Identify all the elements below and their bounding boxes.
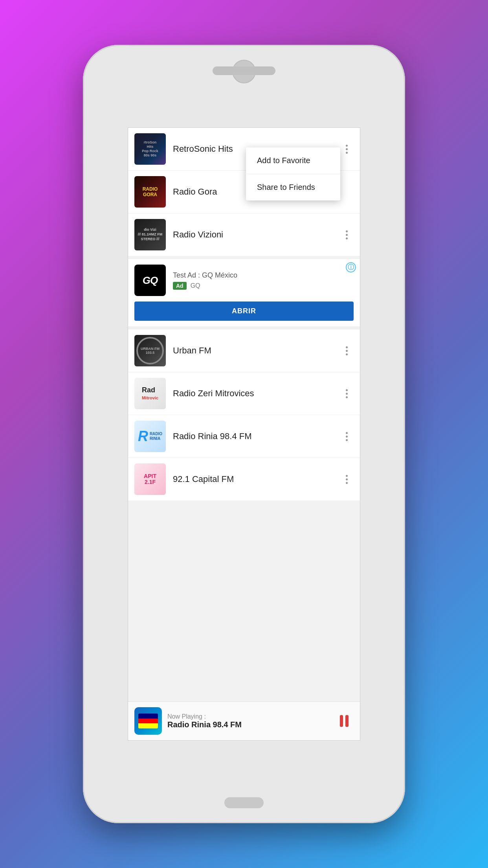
pause-bar-left xyxy=(340,715,343,727)
now-playing-thumbnail xyxy=(134,707,162,735)
list-item[interactable]: R RADIORINIA Radio Rinia 98.4 FM xyxy=(128,415,360,458)
phone-shell: rtroSonHitsPop Rock80s 90s RetroSonic Hi… xyxy=(83,45,405,823)
radio-list-section-1: rtroSonHitsPop Rock80s 90s RetroSonic Hi… xyxy=(128,128,360,256)
ad-info: Test Ad : GQ México Ad GQ xyxy=(173,271,354,290)
station-name: Radio Zeri Mitrovices xyxy=(173,388,339,399)
context-menu-share-friends[interactable]: Share to Friends xyxy=(246,174,340,200)
station-thumbnail: RADIOGORA xyxy=(134,176,166,208)
list-item[interactable]: APIT2.1F 92.1 Capital FM xyxy=(128,458,360,500)
now-playing-info: Now Playing : Radio Rinia 98.4 FM xyxy=(167,713,329,729)
ad-info-icon[interactable]: ⓘ xyxy=(346,262,356,272)
dot xyxy=(346,393,348,395)
station-name: Radio Rinia 98.4 FM xyxy=(173,431,339,441)
dot xyxy=(346,152,348,154)
ad-logo-text: GQ xyxy=(143,274,158,287)
thumb-label: rtroSonHitsPop Rock80s 90s xyxy=(140,139,160,159)
list-item[interactable]: rtroSonHitsPop Rock80s 90s RetroSonic Hi… xyxy=(128,128,360,171)
dot xyxy=(346,482,348,484)
dot xyxy=(346,436,348,438)
thumb-label: dio Vizi/// 81.1HMZ FM STEREO /// xyxy=(134,226,166,243)
station-thumbnail: R RADIORINIA xyxy=(134,421,166,452)
phone-speaker xyxy=(213,66,275,75)
dot xyxy=(346,396,348,398)
ad-badge: Ad xyxy=(173,282,187,290)
dot xyxy=(346,234,348,236)
list-item[interactable]: URBAN FM 103.5 Urban FM xyxy=(128,329,360,372)
dot xyxy=(346,145,348,147)
screen: rtroSonHitsPop Rock80s 90s RetroSonic Hi… xyxy=(128,127,360,741)
ad-content: GQ Test Ad : GQ México Ad GQ xyxy=(134,265,354,296)
phone-home-button[interactable] xyxy=(224,797,264,808)
dot xyxy=(346,475,348,477)
station-name: Radio Vizioni xyxy=(173,230,339,240)
more-options-button[interactable] xyxy=(339,472,354,486)
dot xyxy=(346,389,348,391)
station-name: 92.1 Capital FM xyxy=(173,474,339,484)
more-options-button[interactable] xyxy=(339,386,354,401)
dot xyxy=(346,350,348,352)
station-thumbnail: URBAN FM 103.5 xyxy=(134,335,166,366)
dot xyxy=(346,439,348,441)
more-options-button[interactable] xyxy=(339,344,354,358)
list-item[interactable]: RadMitrovic Radio Zeri Mitrovices xyxy=(128,372,360,415)
ad-section: ⓘ GQ Test Ad : GQ México Ad GQ ABRIR xyxy=(128,259,360,326)
station-name: Urban FM xyxy=(173,346,339,356)
pause-bar-right xyxy=(345,715,349,727)
ad-source: GQ xyxy=(191,282,200,289)
now-playing-bar: Now Playing : Radio Rinia 98.4 FM xyxy=(128,701,360,740)
dot xyxy=(346,346,348,348)
rinia-text: RADIORINIA xyxy=(150,432,162,441)
pause-button[interactable] xyxy=(335,712,354,730)
now-playing-label: Now Playing : xyxy=(167,713,329,720)
dot xyxy=(346,432,348,434)
dot xyxy=(346,478,348,480)
radio-list-section-2: URBAN FM 103.5 Urban FM RadMitrovic Radi… xyxy=(128,329,360,500)
dot xyxy=(346,148,348,150)
now-playing-station: Radio Rinia 98.4 FM xyxy=(167,720,329,729)
thumb-label: APIT2.1F xyxy=(144,473,156,485)
dot xyxy=(346,230,348,232)
ad-badge-row: Ad GQ xyxy=(173,282,354,290)
station-thumbnail: dio Vizi/// 81.1HMZ FM STEREO /// xyxy=(134,219,166,250)
more-options-button[interactable] xyxy=(339,228,354,242)
context-menu-add-favorite[interactable]: Add to Favorite xyxy=(246,147,340,174)
ad-title: Test Ad : GQ México xyxy=(173,271,354,280)
list-item[interactable]: dio Vizi/// 81.1HMZ FM STEREO /// Radio … xyxy=(128,213,360,256)
context-menu: Add to Favorite Share to Friends xyxy=(246,147,340,200)
station-thumbnail: RadMitrovic xyxy=(134,378,166,409)
rinia-r-letter: R xyxy=(138,428,148,445)
more-options-button[interactable] xyxy=(339,429,354,443)
dot xyxy=(346,237,348,239)
thumb-label: R RADIORINIA xyxy=(138,428,162,445)
more-options-button[interactable] xyxy=(339,142,354,156)
ad-logo: GQ xyxy=(134,265,166,296)
dot xyxy=(346,353,348,355)
thumb-label: RadMitrovic xyxy=(142,386,158,401)
station-thumbnail: APIT2.1F xyxy=(134,463,166,495)
pause-icon xyxy=(340,715,349,727)
thumb-label: RADIOGORA xyxy=(143,186,158,198)
ad-open-button[interactable]: ABRIR xyxy=(134,302,354,321)
flag-icon xyxy=(138,714,158,728)
station-thumbnail: rtroSonHitsPop Rock80s 90s xyxy=(134,133,166,165)
thumb-label: URBAN FM 103.5 xyxy=(136,337,164,364)
